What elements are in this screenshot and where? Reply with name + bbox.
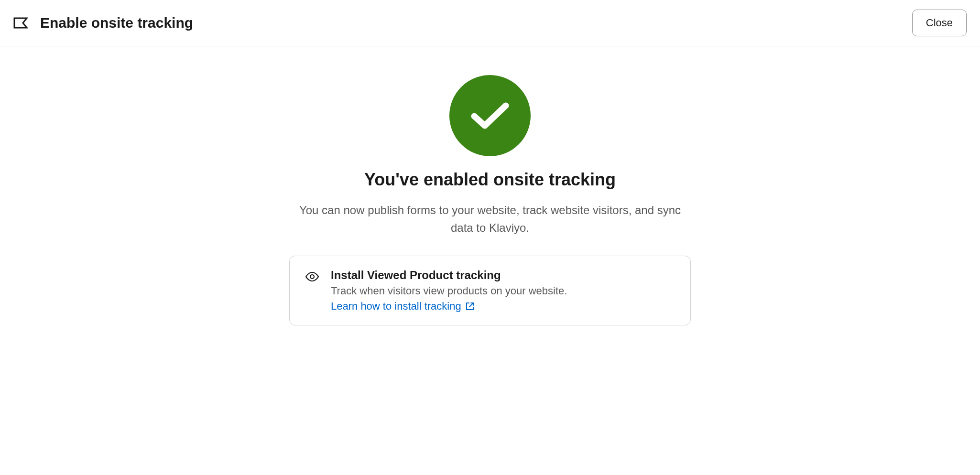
viewed-product-card: Install Viewed Product tracking Track wh… [289,256,691,325]
main-content: You've enabled onsite tracking You can n… [0,46,980,325]
card-description: Track when visitors view products on you… [331,285,675,297]
eye-icon [305,270,319,284]
learn-install-tracking-link[interactable]: Learn how to install tracking [331,300,475,313]
header-left: Enable onsite tracking [13,15,193,31]
card-link-label: Learn how to install tracking [331,300,461,313]
external-link-icon [465,302,475,311]
page-title: Enable onsite tracking [40,15,193,31]
header: Enable onsite tracking Close [0,0,980,46]
card-content: Install Viewed Product tracking Track wh… [331,269,675,313]
success-checkmark-icon [449,75,531,156]
svg-point-0 [310,275,314,279]
success-description: You can now publish forms to your websit… [294,201,686,237]
flag-logo-icon [13,15,29,31]
card-title: Install Viewed Product tracking [331,269,675,282]
close-button[interactable]: Close [912,10,967,36]
success-heading: You've enabled onsite tracking [364,170,616,190]
